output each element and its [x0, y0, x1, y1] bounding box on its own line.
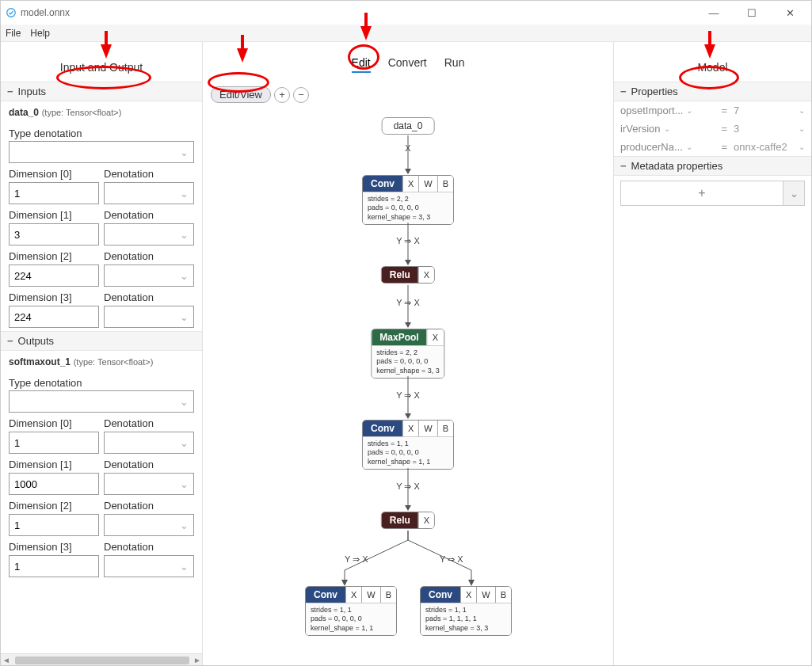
- out-type-denotation-select[interactable]: ⌄: [9, 390, 194, 413]
- graph-input-label: data_0: [382, 117, 435, 135]
- dim-input-0[interactable]: [9, 182, 99, 204]
- node-relu2[interactable]: Relu X: [381, 512, 435, 531]
- dim-input-1[interactable]: [9, 223, 99, 245]
- edge-label-yx: Y ⇒ X: [396, 390, 420, 401]
- edit-view-button[interactable]: Edit/View: [211, 86, 271, 103]
- chevron-down-icon[interactable]: ⌄: [783, 181, 804, 205]
- outputs-section-header[interactable]: − Outputs: [1, 331, 202, 351]
- tab-edit[interactable]: Edit: [352, 56, 371, 73]
- den-select-0[interactable]: ⌄: [104, 182, 194, 204]
- out-den-label-1: Denotation: [104, 459, 194, 473]
- tab-run[interactable]: Run: [444, 56, 465, 73]
- node-conv3a[interactable]: Conv X W B strides = 1, 1 pads = 0, 0, 0…: [305, 586, 397, 638]
- out-den-select-2[interactable]: ⌄: [104, 514, 194, 536]
- chevron-down-icon: ⌄: [180, 561, 189, 573]
- den-select-3[interactable]: ⌄: [104, 306, 194, 328]
- dim-row-3: Dimension [3] Denotation ⌄: [1, 290, 202, 331]
- edge-label-yx: Y ⇒ X: [396, 298, 420, 308]
- maximize-button[interactable]: ☐: [740, 7, 764, 19]
- collapse-icon: −: [7, 86, 13, 97]
- metadata-label: Metadata properties: [631, 160, 723, 172]
- equals-icon: =: [719, 105, 729, 116]
- out-dim-input-1[interactable]: [9, 473, 99, 495]
- svg-marker-1: [341, 580, 348, 586]
- prop-value: 7: [734, 105, 739, 116]
- out-dim-input-2[interactable]: [9, 514, 99, 536]
- metadata-header[interactable]: − Metadata properties: [614, 156, 811, 176]
- pin: X: [427, 329, 443, 345]
- den-select-2[interactable]: ⌄: [104, 264, 194, 287]
- node-conv2[interactable]: Conv X W B strides = 1, 1 pads = 0, 0, 0…: [362, 420, 454, 472]
- out-type-denotation-label: Type denotation: [1, 372, 202, 390]
- prop-row-1[interactable]: irVersion ⌄ = 3⌄: [614, 120, 811, 138]
- graph-toolbar: Edit/View + −: [211, 86, 309, 103]
- node-conv1[interactable]: Conv X W B strides = 2, 2 pads = 0, 0, 0…: [362, 175, 454, 227]
- node-relu1-name: Relu: [382, 267, 418, 283]
- dim-row-0: Dimension [0] Denotation ⌄: [1, 166, 202, 207]
- app-logo-icon: [6, 7, 17, 18]
- prop-value: 3: [734, 123, 739, 135]
- properties-header[interactable]: − Properties: [614, 82, 811, 101]
- add-metadata-row[interactable]: + ⌄: [620, 181, 805, 206]
- den-select-1[interactable]: ⌄: [104, 223, 194, 245]
- equals-icon: =: [719, 123, 729, 135]
- dim-label-0: Dimension [0]: [9, 168, 99, 182]
- branch-edges: [313, 531, 503, 586]
- dim-input-2[interactable]: [9, 264, 99, 287]
- zoom-in-button[interactable]: +: [274, 87, 290, 103]
- pin: W: [361, 587, 379, 603]
- node-conv3b-attrs: strides = 1, 1 pads = 1, 1, 1, 1 kernel_…: [421, 603, 511, 635]
- scroll-right-icon[interactable]: ►: [193, 656, 201, 664]
- input-type: (type: Tensor<float>): [42, 108, 122, 117]
- out-den-label-3: Denotation: [104, 541, 194, 555]
- zoom-out-button[interactable]: −: [293, 87, 309, 103]
- chevron-down-icon: ⌄: [180, 229, 189, 241]
- chevron-down-icon: ⌄: [799, 106, 805, 115]
- prop-row-2[interactable]: producerNa... ⌄ = onnx-caffe2⌄: [614, 138, 811, 156]
- node-conv3b[interactable]: Conv X W B strides = 1, 1 pads = 1, 1, 1…: [420, 586, 512, 638]
- window-title: model.onnx: [21, 7, 70, 18]
- properties-label: Properties: [631, 86, 678, 97]
- out-den-label-2: Denotation: [104, 500, 194, 514]
- out-dim-input-0[interactable]: [9, 432, 99, 454]
- plus-icon[interactable]: +: [621, 181, 783, 205]
- scroll-left-icon[interactable]: ◄: [2, 656, 10, 664]
- type-denotation-select[interactable]: ⌄: [9, 141, 194, 163]
- menu-help[interactable]: Help: [30, 28, 50, 39]
- node-conv3a-attrs: strides = 1, 1 pads = 0, 0, 0, 0 kernel_…: [306, 603, 396, 635]
- pin: B: [380, 587, 396, 603]
- prop-row-0[interactable]: opsetImport... ⌄ = 7⌄: [614, 101, 811, 120]
- out-dim-label-2: Dimension [2]: [9, 500, 99, 514]
- node-relu1[interactable]: Relu X: [381, 266, 435, 286]
- close-button[interactable]: ✕: [778, 7, 802, 19]
- chevron-down-icon: ⌄: [180, 519, 189, 531]
- dim-input-3[interactable]: [9, 306, 99, 328]
- scroll-thumb[interactable]: [15, 656, 189, 664]
- out-dim-input-3[interactable]: [9, 555, 99, 577]
- den-label-0: Denotation: [104, 168, 194, 182]
- tab-convert[interactable]: Convert: [388, 56, 427, 73]
- node-maxpool-attrs: strides = 2, 2 pads = 0, 0, 0, 0 kernel_…: [372, 345, 444, 378]
- graph-input-node[interactable]: data_0: [382, 117, 435, 135]
- center-panel: Edit Convert Run Edit/View + − data_0 X …: [203, 42, 613, 666]
- out-den-select-3[interactable]: ⌄: [104, 555, 194, 577]
- menu-file[interactable]: File: [6, 28, 21, 39]
- dim-row-1: Dimension [1] Denotation ⌄: [1, 207, 202, 249]
- dim-label-3: Dimension [3]: [9, 291, 99, 306]
- inputs-section-header[interactable]: − Inputs: [1, 82, 202, 101]
- out-den-select-0[interactable]: ⌄: [104, 432, 194, 454]
- minimize-button[interactable]: —: [702, 7, 726, 19]
- out-den-select-1[interactable]: ⌄: [104, 473, 194, 495]
- chevron-down-icon: ⌄: [686, 106, 692, 115]
- edge-label-x: X: [405, 143, 410, 153]
- node-conv3a-name: Conv: [306, 587, 345, 603]
- dim-label-1: Dimension [1]: [9, 209, 99, 223]
- node-maxpool[interactable]: MaxPool X strides = 2, 2 pads = 0, 0, 0,…: [371, 329, 444, 381]
- pin: X: [402, 421, 418, 436]
- out-dim-label-0: Dimension [0]: [9, 417, 99, 432]
- node-conv2-name: Conv: [363, 421, 402, 436]
- edge-label-yx: Y ⇒ X: [396, 481, 420, 492]
- output-name: softmaxout_1: [9, 356, 71, 367]
- edge-label-yx: Y ⇒ X: [396, 236, 420, 246]
- left-horizontal-scrollbar[interactable]: ◄ ►: [1, 653, 203, 666]
